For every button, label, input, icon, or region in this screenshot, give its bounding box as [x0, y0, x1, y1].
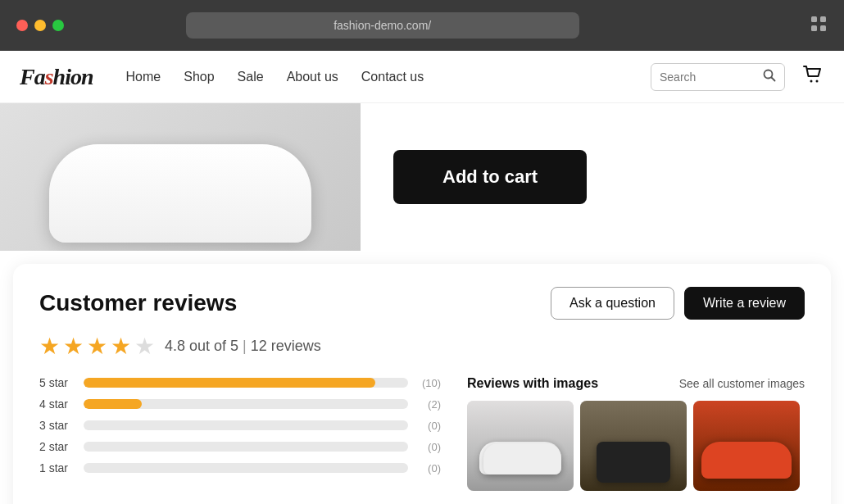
add-to-cart-button[interactable]: Add to cart	[393, 150, 587, 204]
review-thumbnail-3[interactable]	[693, 401, 800, 491]
reviews-content: 5 star (10) 4 star (2) 3 star	[39, 376, 805, 491]
reviews-section: Customer reviews Ask a question Write a …	[13, 264, 831, 504]
bar-row-1star: 1 star (0)	[39, 461, 441, 474]
write-review-button[interactable]: Write a review	[684, 287, 805, 320]
images-header: Reviews with images See all customer ima…	[467, 376, 805, 391]
thumbnail-image-1	[467, 401, 574, 491]
search-input[interactable]	[660, 70, 758, 84]
bar-track-1[interactable]	[84, 463, 408, 473]
star-2: ★	[63, 333, 84, 360]
product-image	[0, 103, 361, 251]
bar-label-2: 2 star	[39, 440, 74, 453]
bar-label-4: 4 star	[39, 397, 74, 411]
svg-point-6	[810, 79, 813, 82]
nav-links: Home Shop Sale About us Contact us	[126, 70, 651, 84]
bar-count-4: (2)	[418, 398, 441, 411]
bar-label-5: 5 star	[39, 376, 74, 389]
nav-shop[interactable]: Shop	[184, 70, 214, 84]
bar-row-4star: 4 star (2)	[39, 397, 441, 411]
search-icon	[763, 69, 776, 85]
product-area: Add to cart	[0, 103, 844, 251]
reviews-actions: Ask a question Write a review	[551, 287, 805, 320]
grid-icon[interactable]	[810, 15, 828, 37]
nav-about[interactable]: About us	[287, 70, 338, 84]
cart-icon[interactable]	[801, 63, 824, 91]
maximize-button[interactable]	[52, 20, 64, 31]
bar-label-1: 1 star	[39, 461, 74, 474]
website: Fashion Home Shop Sale About us Contact …	[0, 51, 844, 504]
bar-count-1: (0)	[418, 462, 441, 474]
logo[interactable]: Fashion	[20, 64, 93, 90]
review-image-thumbnails	[467, 401, 805, 491]
svg-rect-3	[820, 25, 826, 31]
svg-rect-0	[811, 16, 817, 22]
minimize-button[interactable]	[34, 20, 46, 31]
reviews-header: Customer reviews Ask a question Write a …	[39, 287, 805, 320]
star-1: ★	[39, 333, 60, 360]
bar-track-3[interactable]	[84, 420, 408, 430]
review-thumbnail-2[interactable]	[580, 401, 687, 491]
close-button[interactable]	[16, 20, 28, 31]
rating-value: 4.8 out of 5 | 12 reviews	[165, 338, 321, 355]
bar-count-3: (0)	[418, 420, 441, 432]
nav-sale[interactable]: Sale	[238, 70, 264, 84]
ask-question-button[interactable]: Ask a question	[551, 287, 674, 320]
navbar: Fashion Home Shop Sale About us Contact …	[0, 51, 844, 103]
svg-line-5	[772, 77, 775, 80]
bar-track-5[interactable]	[84, 378, 408, 388]
address-bar[interactable]: fashion-demo.com/	[186, 12, 579, 39]
bar-row-2star: 2 star (0)	[39, 440, 441, 453]
bar-label-3: 3 star	[39, 419, 74, 432]
bar-fill-5	[84, 378, 375, 388]
search-bar[interactable]	[651, 63, 785, 91]
review-thumbnail-1[interactable]	[467, 401, 574, 491]
traffic-lights	[16, 20, 64, 31]
bar-count-2: (0)	[418, 441, 441, 453]
images-section-title: Reviews with images	[467, 376, 598, 391]
star-3: ★	[87, 333, 107, 360]
bar-row-5star: 5 star (10)	[39, 376, 441, 389]
bar-fill-4	[84, 399, 142, 409]
reviews-title: Customer reviews	[39, 290, 237, 316]
shoe-shape	[49, 144, 311, 243]
rating-summary: ★ ★ ★ ★ ★ 4.8 out of 5 | 12 reviews	[39, 333, 805, 360]
see-all-images-link[interactable]: See all customer images	[679, 377, 805, 390]
rating-bars: 5 star (10) 4 star (2) 3 star	[39, 376, 441, 491]
bar-track-4[interactable]	[84, 399, 408, 409]
thumbnail-image-3	[693, 401, 800, 491]
shoe-image	[0, 103, 361, 251]
reviews-images-section: Reviews with images See all customer ima…	[467, 376, 805, 491]
thumbnail-image-2	[580, 401, 687, 491]
svg-point-7	[816, 79, 819, 82]
star-4: ★	[111, 333, 131, 360]
nav-home[interactable]: Home	[126, 70, 161, 84]
product-details: Add to cart	[361, 103, 844, 251]
bar-row-3star: 3 star (0)	[39, 419, 441, 432]
nav-contact[interactable]: Contact us	[361, 70, 424, 84]
svg-rect-2	[811, 25, 817, 31]
browser-chrome: fashion-demo.com/	[0, 0, 844, 51]
bar-track-2[interactable]	[84, 442, 408, 452]
svg-rect-1	[820, 16, 826, 22]
star-rating: ★ ★ ★ ★ ★	[39, 333, 155, 360]
bar-count-5: (10)	[418, 377, 441, 389]
star-5: ★	[134, 333, 155, 360]
